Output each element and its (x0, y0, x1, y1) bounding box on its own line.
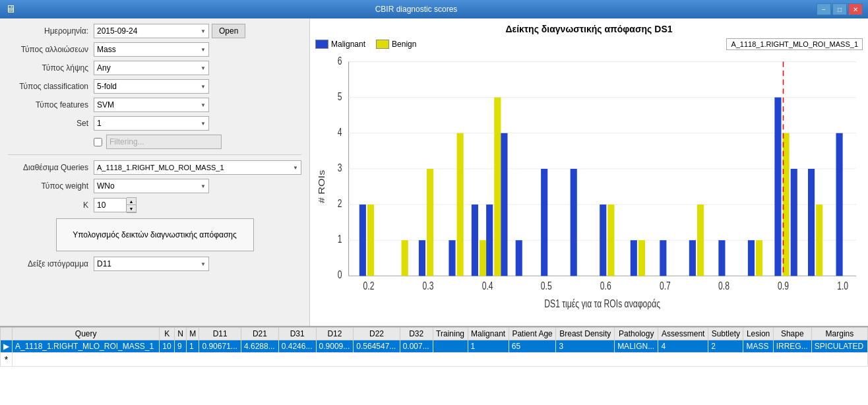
features-select[interactable]: SVM ▼ (94, 98, 209, 112)
queries-select[interactable]: A_1118_1.RIGHT_MLO_ROI_MASS_1 ▼ (94, 160, 301, 175)
lesion-type-select[interactable]: Mass ▼ (94, 42, 209, 57)
open-button[interactable]: Open (212, 24, 245, 38)
weight-label: Τύπος weight (8, 181, 94, 191)
row-d31: 0.4246... (278, 340, 316, 353)
classification-select[interactable]: 5-fold ▼ (94, 79, 209, 94)
col-breast-density[interactable]: Breast Density (556, 328, 615, 340)
legend-malignant: Malignant (315, 40, 365, 49)
weight-select[interactable]: WNo ▼ (94, 179, 209, 193)
svg-text:0.3: 0.3 (423, 280, 434, 292)
set-arrow-icon: ▼ (201, 121, 206, 127)
svg-text:0.8: 0.8 (718, 280, 729, 292)
close-btn[interactable]: ✕ (848, 3, 863, 15)
date-select[interactable]: 2015-09-24 ▼ (94, 24, 209, 38)
queries-row: Διαθέσιμα Queries A_1118_1.RIGHT_MLO_ROI… (8, 160, 301, 175)
benign-color-swatch (376, 40, 389, 49)
col-lesion[interactable]: Lesion (743, 328, 773, 340)
row-k: 10 (160, 340, 175, 353)
histogram-label: Δείξε ιστόγραμμα (8, 259, 94, 268)
maximize-btn[interactable]: □ (832, 3, 847, 15)
k-down-btn[interactable]: ▼ (127, 205, 136, 212)
star-cell: * (1, 353, 13, 367)
capture-type-select[interactable]: Any ▼ (94, 61, 209, 75)
col-d22[interactable]: D22 (354, 328, 400, 340)
svg-rect-53 (756, 240, 762, 276)
col-margins[interactable]: Margins (811, 328, 867, 340)
svg-rect-49 (689, 240, 696, 276)
row-d12: 0.9009... (316, 340, 354, 353)
legend-malignant-label: Malignant (331, 40, 365, 49)
filter-row: Filtering... (8, 135, 301, 149)
calc-button[interactable]: Υπολογισμός δεικτών διαγνωστικής απόφαση… (56, 218, 254, 251)
classification-label: Τύπος classification (8, 82, 94, 91)
histogram-select[interactable]: D11 ▼ (94, 257, 209, 271)
row-pathology: MALIGN... (615, 340, 658, 353)
lesion-type-label: Τύπος αλλοιώσεων (8, 45, 94, 54)
row-subtlety: 2 (708, 340, 743, 353)
k-row: K 10 ▲ ▼ (8, 197, 301, 213)
row-malignant: 1 (468, 340, 509, 353)
col-shape[interactable]: Shape (773, 328, 811, 340)
svg-rect-41 (516, 240, 522, 276)
svg-rect-30 (402, 240, 408, 276)
col-d31[interactable]: D31 (278, 328, 316, 340)
svg-text:6: 6 (338, 55, 342, 67)
col-training[interactable]: Training (433, 328, 468, 340)
svg-rect-43 (571, 169, 577, 276)
row-m: 1 (187, 340, 199, 353)
col-malignant[interactable]: Malignant (468, 328, 509, 340)
k-up-btn[interactable]: ▲ (127, 198, 136, 205)
row-patient-age: 65 (509, 340, 556, 353)
row-arrow-cell: ▶ (1, 340, 13, 353)
set-label: Set (8, 119, 94, 128)
col-m[interactable]: M (187, 328, 199, 340)
lesion-type-row: Τύπος αλλοιώσεων Mass ▼ (8, 42, 301, 57)
svg-rect-36 (480, 240, 486, 276)
capture-arrow-icon: ▼ (201, 65, 206, 71)
svg-rect-58 (816, 204, 822, 276)
classification-row: Τύπος classification 5-fold ▼ (8, 79, 301, 94)
window-title: CBIR diagnostic scores (375, 5, 458, 14)
svg-rect-34 (457, 133, 464, 276)
col-d11[interactable]: D11 (199, 328, 241, 340)
chart-svg: # ROIs 0 1 2 3 4 5 6 (315, 53, 863, 321)
col-d32[interactable]: D32 (400, 328, 433, 340)
minimize-btn[interactable]: − (817, 3, 831, 15)
row-margins: SPICULATED (811, 340, 867, 353)
svg-rect-46 (631, 240, 637, 276)
col-n[interactable]: N (175, 328, 187, 340)
set-row: Set 1 ▼ (8, 116, 301, 131)
col-patient-age[interactable]: Patient Age (509, 328, 556, 340)
svg-text:0.2: 0.2 (363, 280, 375, 292)
legend-benign: Benign (376, 40, 416, 49)
table-row[interactable]: ▶ A_1118_1.RIGHT_MLO_ROI_MASS_1 10 9 1 0… (1, 340, 868, 353)
svg-rect-31 (419, 240, 425, 276)
svg-text:0.7: 0.7 (660, 280, 671, 292)
col-d21[interactable]: D21 (241, 328, 279, 340)
col-k[interactable]: K (160, 328, 175, 340)
malignant-color-swatch (315, 40, 328, 49)
col-d12[interactable]: D12 (316, 328, 354, 340)
svg-text:0: 0 (338, 269, 342, 281)
col-query[interactable]: Query (13, 328, 160, 340)
svg-rect-54 (774, 98, 781, 276)
bottom-section: Query K N M D11 D21 D31 D12 D22 D32 Trai… (0, 326, 868, 405)
star-row[interactable]: * (1, 353, 868, 367)
filter-input[interactable]: Filtering... (106, 135, 222, 149)
col-assessment[interactable]: Assessment (658, 328, 708, 340)
col-subtlety[interactable]: Subtlety (708, 328, 743, 340)
svg-text:3: 3 (338, 162, 342, 173)
filter-checkbox[interactable] (94, 138, 102, 146)
svg-rect-39 (501, 133, 507, 276)
svg-rect-32 (427, 169, 433, 276)
row-shape: IRREG... (773, 340, 811, 353)
query-label: A_1118_1.RIGHT_MLO_ROI_MASS_1 (726, 38, 863, 50)
set-select[interactable]: 1 ▼ (94, 116, 209, 131)
svg-text:0.9: 0.9 (778, 280, 789, 292)
capture-type-label: Τύπος λήψης (8, 63, 94, 73)
k-input[interactable]: 10 (94, 198, 127, 212)
row-query: A_1118_1.RIGHT_MLO_ROI_MASS_1 (13, 340, 160, 353)
date-arrow-icon: ▼ (201, 28, 206, 34)
table-container[interactable]: Query K N M D11 D21 D31 D12 D22 D32 Trai… (0, 327, 868, 405)
col-pathology[interactable]: Pathology (615, 328, 658, 340)
